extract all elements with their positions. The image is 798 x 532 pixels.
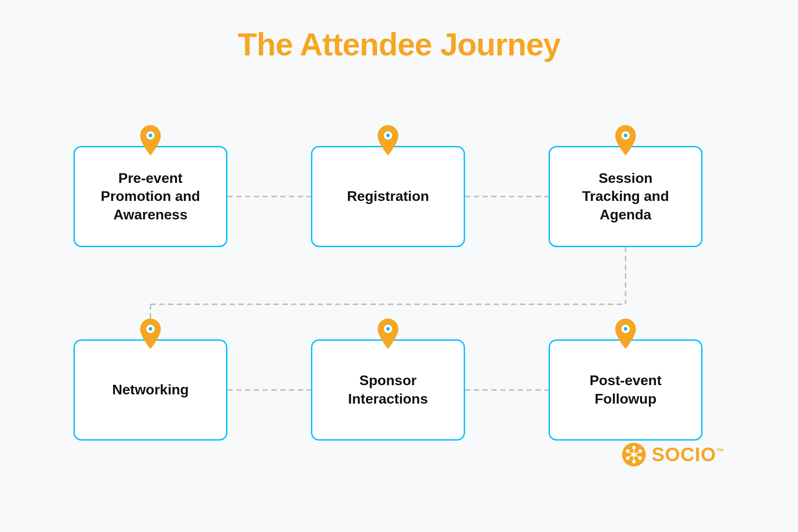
label-registration: Registration — [347, 187, 429, 206]
pin-networking — [137, 318, 164, 350]
label-session: SessionTracking andAgenda — [582, 169, 669, 224]
box-post-event: Post-eventFollowup — [549, 339, 703, 441]
svg-point-25 — [626, 456, 630, 460]
svg-point-24 — [632, 460, 636, 463]
box-pre-event: Pre-eventPromotion andAwareness — [73, 146, 227, 247]
box-registration: Registration — [311, 146, 465, 247]
page-title: The Attendee Journey — [238, 26, 560, 62]
pin-pre-event — [137, 124, 164, 156]
svg-point-20 — [632, 452, 636, 457]
box-sponsor: SponsorInteractions — [311, 339, 465, 441]
label-sponsor: SponsorInteractions — [348, 372, 428, 408]
pin-session — [612, 124, 639, 156]
logo-icon — [622, 442, 646, 467]
svg-point-14 — [149, 327, 152, 331]
pin-post-event — [612, 318, 639, 350]
logo-text: SOCIO™ — [652, 444, 725, 466]
journey-diagram: Pre-eventPromotion andAwareness Registra… — [47, 89, 751, 485]
svg-point-22 — [638, 449, 642, 453]
svg-point-12 — [624, 134, 627, 137]
logo-tm: ™ — [716, 447, 725, 456]
logo: SOCIO™ — [622, 442, 725, 467]
svg-point-10 — [386, 134, 390, 137]
svg-point-21 — [632, 446, 636, 449]
label-post-event: Post-eventFollowup — [589, 372, 662, 408]
pin-registration — [375, 124, 401, 156]
svg-point-26 — [626, 449, 630, 453]
box-session: SessionTracking andAgenda — [549, 146, 703, 247]
svg-point-8 — [149, 134, 152, 137]
page: The Attendee Journey — [0, 0, 798, 532]
svg-point-18 — [624, 327, 627, 331]
svg-point-23 — [638, 456, 642, 460]
label-pre-event: Pre-eventPromotion andAwareness — [101, 169, 200, 224]
box-networking: Networking — [73, 339, 227, 441]
pin-sponsor — [375, 318, 401, 350]
label-networking: Networking — [112, 381, 189, 399]
svg-point-16 — [386, 327, 390, 331]
